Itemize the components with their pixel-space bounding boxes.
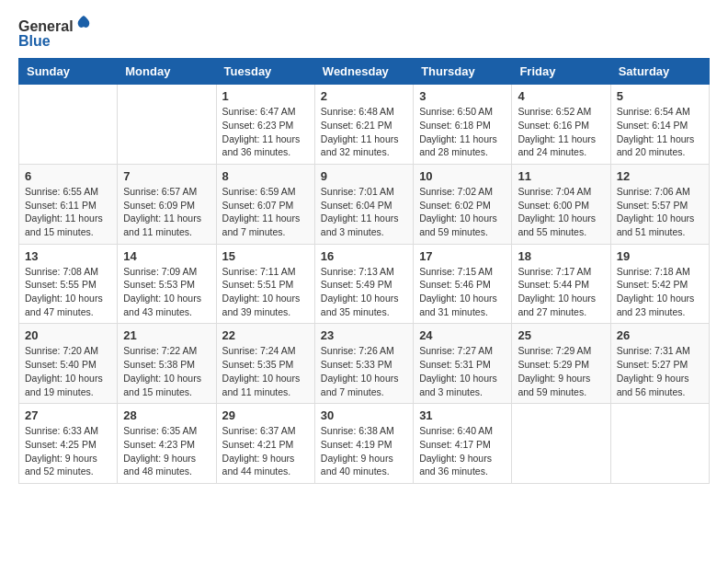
day-details: Sunrise: 7:13 AM Sunset: 5:49 PM Dayligh… [321, 265, 407, 319]
calendar-cell: 5Sunrise: 6:54 AM Sunset: 6:14 PM Daylig… [610, 85, 709, 165]
calendar-cell [610, 404, 709, 484]
day-details: Sunrise: 7:02 AM Sunset: 6:02 PM Dayligh… [419, 185, 506, 239]
day-details: Sunrise: 6:48 AM Sunset: 6:21 PM Dayligh… [321, 105, 407, 159]
day-number: 18 [518, 249, 604, 263]
weekday-header-saturday: Saturday [610, 59, 709, 85]
day-details: Sunrise: 7:01 AM Sunset: 6:04 PM Dayligh… [321, 185, 407, 239]
day-number: 31 [419, 408, 506, 422]
day-number: 21 [123, 328, 210, 342]
calendar-cell: 18Sunrise: 7:17 AM Sunset: 5:44 PM Dayli… [512, 244, 610, 324]
header: General Blue [18, 18, 710, 49]
calendar-week-3: 13Sunrise: 7:08 AM Sunset: 5:55 PM Dayli… [19, 244, 710, 324]
day-number: 27 [25, 408, 111, 422]
calendar-week-2: 6Sunrise: 6:55 AM Sunset: 6:11 PM Daylig… [19, 164, 710, 244]
day-details: Sunrise: 7:04 AM Sunset: 6:00 PM Dayligh… [518, 185, 604, 239]
day-details: Sunrise: 7:17 AM Sunset: 5:44 PM Dayligh… [518, 265, 604, 319]
day-details: Sunrise: 6:40 AM Sunset: 4:17 PM Dayligh… [419, 424, 506, 478]
day-details: Sunrise: 6:54 AM Sunset: 6:14 PM Dayligh… [617, 105, 703, 159]
day-number: 5 [617, 89, 703, 103]
day-details: Sunrise: 6:38 AM Sunset: 4:19 PM Dayligh… [321, 424, 407, 478]
day-details: Sunrise: 7:09 AM Sunset: 5:53 PM Dayligh… [123, 265, 210, 319]
day-number: 28 [123, 408, 210, 422]
day-number: 10 [419, 169, 506, 183]
day-details: Sunrise: 7:31 AM Sunset: 5:27 PM Dayligh… [617, 344, 703, 398]
calendar-cell: 1Sunrise: 6:47 AM Sunset: 6:23 PM Daylig… [216, 85, 314, 165]
day-number: 11 [518, 169, 604, 183]
calendar-cell: 17Sunrise: 7:15 AM Sunset: 5:46 PM Dayli… [414, 244, 512, 324]
calendar-cell: 22Sunrise: 7:24 AM Sunset: 5:35 PM Dayli… [216, 324, 314, 404]
weekday-header-thursday: Thursday [414, 59, 512, 85]
weekday-header-tuesday: Tuesday [216, 59, 314, 85]
day-details: Sunrise: 7:26 AM Sunset: 5:33 PM Dayligh… [321, 344, 407, 398]
day-number: 19 [617, 249, 703, 263]
calendar-cell: 8Sunrise: 6:59 AM Sunset: 6:07 PM Daylig… [216, 164, 314, 244]
day-number: 16 [321, 249, 407, 263]
calendar-cell: 7Sunrise: 6:57 AM Sunset: 6:09 PM Daylig… [118, 164, 216, 244]
day-number: 13 [25, 249, 111, 263]
day-number: 15 [222, 249, 309, 263]
calendar-cell: 27Sunrise: 6:33 AM Sunset: 4:25 PM Dayli… [19, 404, 118, 484]
day-number: 1 [222, 89, 309, 103]
day-number: 30 [321, 408, 407, 422]
day-details: Sunrise: 7:11 AM Sunset: 5:51 PM Dayligh… [222, 265, 309, 319]
weekday-header-sunday: Sunday [19, 59, 118, 85]
day-details: Sunrise: 7:18 AM Sunset: 5:42 PM Dayligh… [617, 265, 703, 319]
day-number: 6 [25, 169, 111, 183]
day-details: Sunrise: 7:20 AM Sunset: 5:40 PM Dayligh… [25, 344, 111, 398]
day-number: 26 [617, 328, 703, 342]
calendar-cell: 31Sunrise: 6:40 AM Sunset: 4:17 PM Dayli… [414, 404, 512, 484]
calendar-cell: 25Sunrise: 7:29 AM Sunset: 5:29 PM Dayli… [512, 324, 610, 404]
day-details: Sunrise: 6:50 AM Sunset: 6:18 PM Dayligh… [419, 105, 506, 159]
day-number: 22 [222, 328, 309, 342]
calendar-cell: 15Sunrise: 7:11 AM Sunset: 5:51 PM Dayli… [216, 244, 314, 324]
calendar-cell [19, 85, 118, 165]
day-details: Sunrise: 6:33 AM Sunset: 4:25 PM Dayligh… [25, 424, 111, 478]
day-number: 8 [222, 169, 309, 183]
day-details: Sunrise: 7:22 AM Sunset: 5:38 PM Dayligh… [123, 344, 210, 398]
day-details: Sunrise: 6:55 AM Sunset: 6:11 PM Dayligh… [25, 185, 111, 239]
calendar-cell: 13Sunrise: 7:08 AM Sunset: 5:55 PM Dayli… [19, 244, 118, 324]
day-details: Sunrise: 7:24 AM Sunset: 5:35 PM Dayligh… [222, 344, 309, 398]
day-number: 9 [321, 169, 407, 183]
day-number: 7 [123, 169, 210, 183]
calendar-cell [118, 85, 216, 165]
calendar-cell: 26Sunrise: 7:31 AM Sunset: 5:27 PM Dayli… [610, 324, 709, 404]
day-number: 12 [617, 169, 703, 183]
calendar-cell: 3Sunrise: 6:50 AM Sunset: 6:18 PM Daylig… [414, 85, 512, 165]
calendar-cell: 28Sunrise: 6:35 AM Sunset: 4:23 PM Dayli… [118, 404, 216, 484]
weekday-header-friday: Friday [512, 59, 610, 85]
day-number: 24 [419, 328, 506, 342]
calendar-week-4: 20Sunrise: 7:20 AM Sunset: 5:40 PM Dayli… [19, 324, 710, 404]
day-details: Sunrise: 6:59 AM Sunset: 6:07 PM Dayligh… [222, 185, 309, 239]
calendar-cell: 16Sunrise: 7:13 AM Sunset: 5:49 PM Dayli… [314, 244, 413, 324]
calendar-table: SundayMondayTuesdayWednesdayThursdayFrid… [18, 58, 710, 484]
day-number: 14 [123, 249, 210, 263]
calendar-cell: 20Sunrise: 7:20 AM Sunset: 5:40 PM Dayli… [19, 324, 118, 404]
day-details: Sunrise: 7:27 AM Sunset: 5:31 PM Dayligh… [419, 344, 506, 398]
day-details: Sunrise: 7:08 AM Sunset: 5:55 PM Dayligh… [25, 265, 111, 319]
day-details: Sunrise: 6:47 AM Sunset: 6:23 PM Dayligh… [222, 105, 309, 159]
day-number: 23 [321, 328, 407, 342]
calendar-cell: 14Sunrise: 7:09 AM Sunset: 5:53 PM Dayli… [118, 244, 216, 324]
calendar-cell: 24Sunrise: 7:27 AM Sunset: 5:31 PM Dayli… [414, 324, 512, 404]
day-number: 4 [518, 89, 604, 103]
day-number: 20 [25, 328, 111, 342]
weekday-header-monday: Monday [118, 59, 216, 85]
logo-blue-text: Blue [18, 33, 51, 50]
calendar-cell: 9Sunrise: 7:01 AM Sunset: 6:04 PM Daylig… [314, 164, 413, 244]
calendar-cell: 30Sunrise: 6:38 AM Sunset: 4:19 PM Dayli… [314, 404, 413, 484]
calendar-cell: 2Sunrise: 6:48 AM Sunset: 6:21 PM Daylig… [314, 85, 413, 165]
calendar-cell: 4Sunrise: 6:52 AM Sunset: 6:16 PM Daylig… [512, 85, 610, 165]
day-number: 3 [419, 89, 506, 103]
calendar-week-5: 27Sunrise: 6:33 AM Sunset: 4:25 PM Dayli… [19, 404, 710, 484]
day-details: Sunrise: 7:15 AM Sunset: 5:46 PM Dayligh… [419, 265, 506, 319]
calendar-cell: 12Sunrise: 7:06 AM Sunset: 5:57 PM Dayli… [610, 164, 709, 244]
day-details: Sunrise: 6:52 AM Sunset: 6:16 PM Dayligh… [518, 105, 604, 159]
calendar-cell: 10Sunrise: 7:02 AM Sunset: 6:02 PM Dayli… [414, 164, 512, 244]
day-number: 2 [321, 89, 407, 103]
day-details: Sunrise: 7:06 AM Sunset: 5:57 PM Dayligh… [617, 185, 703, 239]
logo-bird-icon [75, 15, 92, 31]
day-details: Sunrise: 6:37 AM Sunset: 4:21 PM Dayligh… [222, 424, 309, 478]
calendar-cell: 23Sunrise: 7:26 AM Sunset: 5:33 PM Dayli… [314, 324, 413, 404]
calendar-cell [512, 404, 610, 484]
